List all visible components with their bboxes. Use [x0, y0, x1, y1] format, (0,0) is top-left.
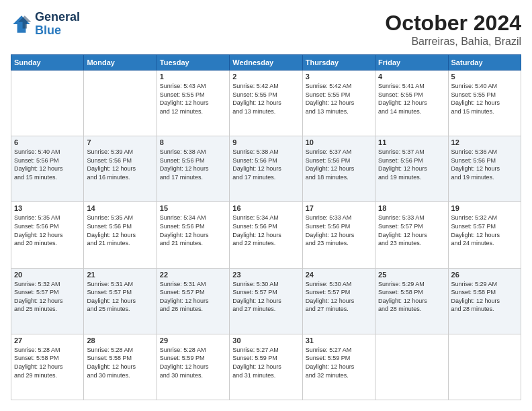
day-info: Sunrise: 5:42 AM Sunset: 5:55 PM Dayligh…	[306, 82, 372, 116]
day-number: 29	[160, 336, 226, 345]
day-cell: 7Sunrise: 5:39 AM Sunset: 5:56 PM Daylig…	[84, 136, 157, 202]
day-info: Sunrise: 5:41 AM Sunset: 5:55 PM Dayligh…	[378, 82, 445, 116]
week-row-5: 27Sunrise: 5:28 AM Sunset: 5:58 PM Dayli…	[11, 334, 521, 400]
day-info: Sunrise: 5:32 AM Sunset: 5:57 PM Dayligh…	[451, 214, 518, 247]
day-info: Sunrise: 5:33 AM Sunset: 5:57 PM Dayligh…	[378, 214, 445, 247]
day-info: Sunrise: 5:30 AM Sunset: 5:57 PM Dayligh…	[232, 280, 299, 314]
title-section: October 2024 Barreiras, Bahia, Brazil	[385, 11, 521, 48]
day-number: 10	[306, 138, 372, 146]
day-info: Sunrise: 5:28 AM Sunset: 5:58 PM Dayligh…	[14, 346, 81, 379]
day-cell: 27Sunrise: 5:28 AM Sunset: 5:58 PM Dayli…	[11, 334, 84, 400]
week-row-4: 20Sunrise: 5:32 AM Sunset: 5:57 PM Dayli…	[11, 268, 521, 334]
day-cell	[11, 71, 84, 136]
day-cell: 9Sunrise: 5:38 AM Sunset: 5:56 PM Daylig…	[230, 136, 302, 202]
day-number: 31	[306, 336, 372, 345]
day-info: Sunrise: 5:32 AM Sunset: 5:57 PM Dayligh…	[14, 280, 81, 314]
day-number: 19	[451, 204, 518, 212]
day-cell: 20Sunrise: 5:32 AM Sunset: 5:57 PM Dayli…	[11, 268, 84, 334]
day-number: 27	[14, 336, 81, 345]
day-info: Sunrise: 5:42 AM Sunset: 5:55 PM Dayligh…	[232, 82, 299, 116]
day-info: Sunrise: 5:37 AM Sunset: 5:56 PM Dayligh…	[378, 148, 445, 181]
day-cell	[84, 71, 157, 136]
day-number: 17	[306, 204, 372, 212]
day-info: Sunrise: 5:28 AM Sunset: 5:59 PM Dayligh…	[160, 346, 226, 379]
day-number: 18	[378, 204, 445, 212]
day-cell: 22Sunrise: 5:31 AM Sunset: 5:57 PM Dayli…	[157, 268, 229, 334]
day-number: 26	[451, 271, 518, 279]
day-header-friday: Friday	[375, 55, 448, 71]
day-info: Sunrise: 5:31 AM Sunset: 5:57 PM Dayligh…	[87, 280, 153, 314]
main-title: October 2024	[385, 11, 521, 36]
day-header-monday: Monday	[84, 55, 157, 71]
day-info: Sunrise: 5:43 AM Sunset: 5:55 PM Dayligh…	[160, 82, 226, 116]
day-cell: 15Sunrise: 5:34 AM Sunset: 5:56 PM Dayli…	[157, 202, 229, 268]
day-cell: 25Sunrise: 5:29 AM Sunset: 5:58 PM Dayli…	[375, 268, 448, 334]
day-number: 11	[378, 138, 445, 146]
day-cell: 14Sunrise: 5:35 AM Sunset: 5:56 PM Dayli…	[84, 202, 157, 268]
day-cell: 18Sunrise: 5:33 AM Sunset: 5:57 PM Dayli…	[375, 202, 448, 268]
day-cell: 30Sunrise: 5:27 AM Sunset: 5:59 PM Dayli…	[230, 334, 302, 400]
day-info: Sunrise: 5:40 AM Sunset: 5:56 PM Dayligh…	[14, 148, 81, 181]
header: General Blue October 2024 Barreiras, Bah…	[11, 11, 521, 48]
day-cell: 10Sunrise: 5:37 AM Sunset: 5:56 PM Dayli…	[302, 136, 375, 202]
day-header-saturday: Saturday	[448, 55, 521, 71]
logo-text: General Blue	[35, 11, 80, 38]
week-row-2: 6Sunrise: 5:40 AM Sunset: 5:56 PM Daylig…	[11, 136, 521, 202]
day-number: 12	[451, 138, 518, 146]
svg-marker-0	[13, 15, 30, 33]
day-info: Sunrise: 5:40 AM Sunset: 5:55 PM Dayligh…	[451, 82, 518, 116]
day-cell: 1Sunrise: 5:43 AM Sunset: 5:55 PM Daylig…	[157, 71, 229, 136]
day-info: Sunrise: 5:34 AM Sunset: 5:56 PM Dayligh…	[232, 214, 299, 247]
day-number: 4	[378, 73, 445, 81]
day-number: 28	[87, 336, 153, 345]
day-cell: 21Sunrise: 5:31 AM Sunset: 5:57 PM Dayli…	[84, 268, 157, 334]
day-number: 16	[232, 204, 299, 212]
logo: General Blue	[11, 11, 80, 38]
day-info: Sunrise: 5:27 AM Sunset: 5:59 PM Dayligh…	[232, 346, 299, 379]
day-number: 20	[14, 271, 81, 279]
day-info: Sunrise: 5:38 AM Sunset: 5:56 PM Dayligh…	[160, 148, 226, 181]
day-number: 30	[232, 336, 299, 345]
day-cell: 26Sunrise: 5:29 AM Sunset: 5:58 PM Dayli…	[448, 268, 521, 334]
day-info: Sunrise: 5:29 AM Sunset: 5:58 PM Dayligh…	[451, 280, 518, 314]
day-cell: 28Sunrise: 5:28 AM Sunset: 5:58 PM Dayli…	[84, 334, 157, 400]
day-number: 23	[232, 271, 299, 279]
day-info: Sunrise: 5:35 AM Sunset: 5:56 PM Dayligh…	[14, 214, 81, 247]
day-cell: 29Sunrise: 5:28 AM Sunset: 5:59 PM Dayli…	[157, 334, 229, 400]
day-number: 9	[232, 138, 299, 146]
day-number: 7	[87, 138, 153, 146]
day-cell: 16Sunrise: 5:34 AM Sunset: 5:56 PM Dayli…	[230, 202, 302, 268]
day-cell	[375, 334, 448, 400]
day-info: Sunrise: 5:33 AM Sunset: 5:56 PM Dayligh…	[306, 214, 372, 247]
day-header-wednesday: Wednesday	[230, 55, 302, 71]
day-info: Sunrise: 5:38 AM Sunset: 5:56 PM Dayligh…	[232, 148, 299, 181]
day-info: Sunrise: 5:29 AM Sunset: 5:58 PM Dayligh…	[378, 280, 445, 314]
day-number: 22	[160, 271, 226, 279]
day-number: 14	[87, 204, 153, 212]
header-row: SundayMondayTuesdayWednesdayThursdayFrid…	[11, 55, 521, 71]
day-number: 1	[160, 73, 226, 81]
day-cell	[448, 334, 521, 400]
day-number: 3	[306, 73, 372, 81]
logo-icon	[11, 13, 32, 35]
day-cell: 17Sunrise: 5:33 AM Sunset: 5:56 PM Dayli…	[302, 202, 375, 268]
day-cell: 5Sunrise: 5:40 AM Sunset: 5:55 PM Daylig…	[448, 71, 521, 136]
subtitle: Barreiras, Bahia, Brazil	[385, 36, 521, 48]
day-info: Sunrise: 5:31 AM Sunset: 5:57 PM Dayligh…	[160, 280, 226, 314]
week-row-1: 1Sunrise: 5:43 AM Sunset: 5:55 PM Daylig…	[11, 71, 521, 136]
day-cell: 12Sunrise: 5:36 AM Sunset: 5:56 PM Dayli…	[448, 136, 521, 202]
calendar-table: SundayMondayTuesdayWednesdayThursdayFrid…	[11, 54, 521, 400]
day-info: Sunrise: 5:39 AM Sunset: 5:56 PM Dayligh…	[87, 148, 153, 181]
day-info: Sunrise: 5:36 AM Sunset: 5:56 PM Dayligh…	[451, 148, 518, 181]
day-number: 8	[160, 138, 226, 146]
day-info: Sunrise: 5:34 AM Sunset: 5:56 PM Dayligh…	[160, 214, 226, 247]
day-cell: 13Sunrise: 5:35 AM Sunset: 5:56 PM Dayli…	[11, 202, 84, 268]
day-header-sunday: Sunday	[11, 55, 84, 71]
day-number: 13	[14, 204, 81, 212]
day-cell: 2Sunrise: 5:42 AM Sunset: 5:55 PM Daylig…	[230, 71, 302, 136]
week-row-3: 13Sunrise: 5:35 AM Sunset: 5:56 PM Dayli…	[11, 202, 521, 268]
page: General Blue October 2024 Barreiras, Bah…	[0, 0, 532, 411]
day-cell: 8Sunrise: 5:38 AM Sunset: 5:56 PM Daylig…	[157, 136, 229, 202]
day-number: 24	[306, 271, 372, 279]
day-cell: 11Sunrise: 5:37 AM Sunset: 5:56 PM Dayli…	[375, 136, 448, 202]
